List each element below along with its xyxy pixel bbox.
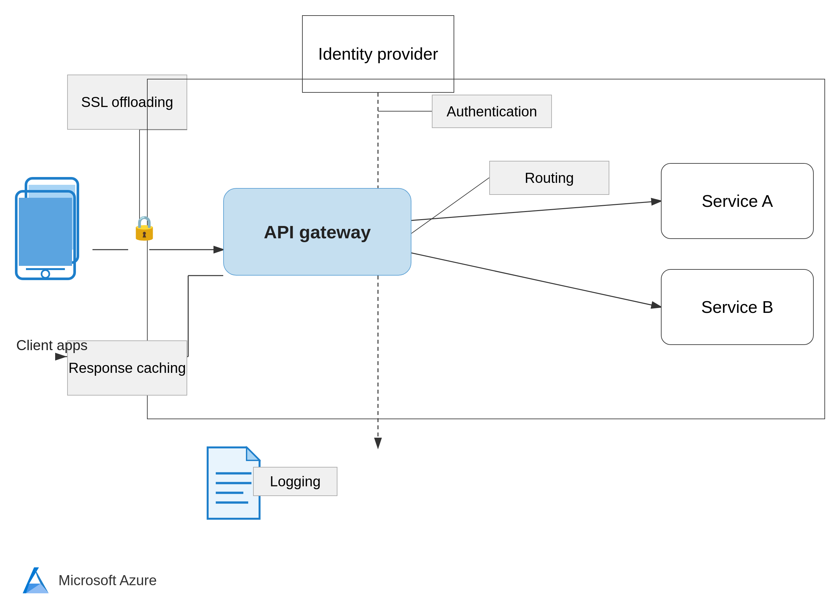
identity-provider-label: Identity provider — [318, 44, 438, 64]
azure-logo: Microsoft Azure — [19, 564, 157, 597]
response-caching-label: Response caching — [68, 359, 186, 377]
routing-label: Routing — [525, 170, 574, 186]
api-gateway-label: API gateway — [264, 221, 371, 242]
lock-icon: 🔒 — [130, 214, 159, 242]
client-apps-label: Client apps — [6, 337, 97, 353]
api-gateway-box: API gateway — [223, 188, 411, 276]
logging-label: Logging — [270, 473, 321, 490]
routing-box: Routing — [489, 161, 609, 195]
client-apps-icon — [6, 172, 97, 283]
service-a-label: Service A — [702, 191, 773, 211]
svg-marker-9 — [247, 447, 260, 461]
service-b-box: Service B — [661, 269, 814, 345]
service-a-box: Service A — [661, 163, 814, 239]
svg-point-7 — [41, 270, 49, 278]
azure-logo-icon — [19, 564, 52, 597]
svg-rect-5 — [19, 198, 72, 266]
azure-logo-text: Microsoft Azure — [59, 571, 157, 590]
service-b-label: Service B — [701, 297, 774, 317]
diagram-container: Identity provider Authentication SSL off… — [0, 0, 840, 616]
logging-box: Logging — [253, 467, 337, 496]
